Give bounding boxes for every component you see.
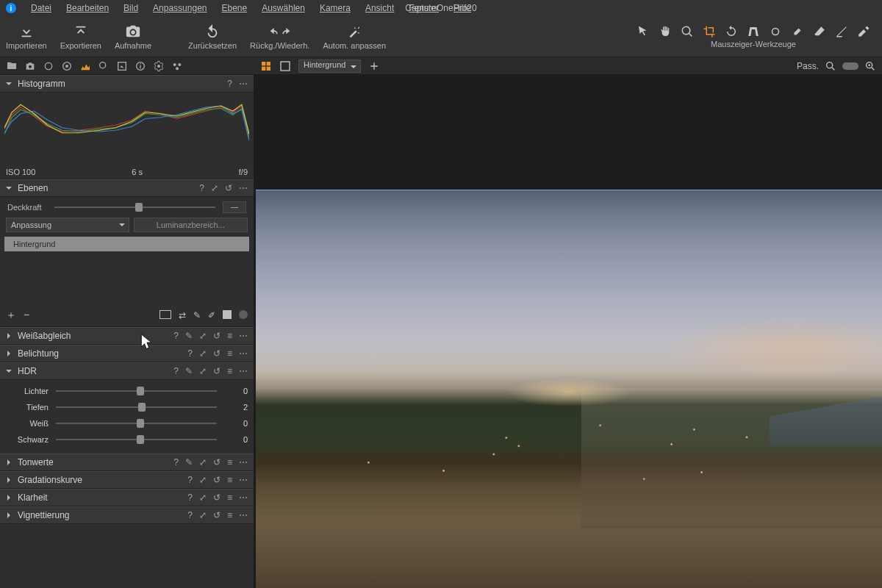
mask-fill-icon[interactable] (223, 310, 232, 319)
tab-metadata-icon[interactable] (135, 60, 146, 72)
panel-header-exposure[interactable]: Belichtung ?⤢↺≡⋯ (0, 345, 254, 362)
rotate-tool[interactable] (725, 25, 738, 38)
panel-header-histogram[interactable]: Histogramm ? ⋯ (0, 75, 254, 93)
spot-tool[interactable] (769, 25, 782, 38)
menu-select[interactable]: Auswählen (254, 3, 312, 13)
histogram-iso: ISO 100 (6, 168, 35, 176)
panel-header-curve[interactable]: Gradationskurve ?⤢↺≡⋯ (0, 471, 254, 489)
camera-icon (125, 24, 141, 40)
slider-thumb[interactable] (137, 435, 144, 444)
tab-batch-icon[interactable] (171, 60, 183, 72)
slider-thumb[interactable] (137, 387, 144, 395)
tab-output-icon[interactable] (153, 60, 165, 72)
hdr-white-row: Weiß 0 (6, 415, 248, 431)
chevron-right-icon (6, 494, 13, 501)
zoom-slider[interactable] (842, 62, 858, 70)
mask-brush-icon[interactable]: ✐ (208, 310, 215, 320)
menu-edit[interactable]: Bearbeiten (59, 3, 116, 13)
hdr-highlights-slider[interactable] (56, 390, 217, 392)
pointer-tool[interactable] (637, 25, 650, 38)
help-icon[interactable]: ? (227, 79, 232, 89)
zoom-in-icon[interactable] (864, 60, 876, 72)
opacity-label: Deckkraft (7, 203, 47, 212)
hdr-white-slider[interactable] (56, 423, 217, 424)
svg-rect-15 (267, 62, 270, 65)
more-icon[interactable]: ⋯ (239, 183, 248, 193)
panel-header-hdr[interactable]: HDR ?✎⤢↺≡⋯ (0, 362, 254, 380)
panel-header-clarity[interactable]: Klarheit ?⤢↺≡⋯ (0, 489, 254, 506)
hdr-highlights-row: Lichter 0 (6, 383, 248, 399)
undo-redo-button[interactable]: Rückg./Wiederh. (250, 24, 309, 50)
svg-point-1 (29, 65, 32, 68)
zoom-out-icon[interactable] (825, 60, 836, 72)
expand-icon[interactable]: ⤢ (211, 183, 218, 193)
image-viewer[interactable] (254, 75, 882, 588)
keystone-tool[interactable] (747, 25, 760, 38)
mask-edit-icon[interactable]: ✎ (193, 310, 201, 320)
hdr-shadows-row: Tiefen 2 (6, 399, 248, 415)
main-toolbar: Importieren Exportieren Aufnahme Zurücks… (0, 16, 882, 57)
mask-feather-icon[interactable] (239, 310, 248, 319)
menu-adjust[interactable]: Anpassungen (146, 3, 214, 13)
auto-adjust-button[interactable]: Autom. anpassen (323, 24, 386, 50)
tab-exposure-icon[interactable] (79, 60, 91, 72)
panel-header-vignette[interactable]: Vignettierung ?⤢↺≡⋯ (0, 506, 254, 524)
hdr-shadows-slider[interactable] (56, 406, 217, 408)
hdr-panel: Lichter 0 Tiefen 2 Weiß 0 Schwarz 0 (0, 380, 254, 453)
export-button[interactable]: Exportieren (60, 24, 101, 50)
opacity-value[interactable]: — (223, 201, 246, 213)
gradient-tool[interactable] (835, 25, 848, 38)
menu-bar: i Datei Bearbeiten Bild Anpassungen Eben… (0, 0, 882, 16)
tab-details-icon[interactable] (98, 60, 110, 72)
view-single-icon[interactable] (279, 60, 291, 72)
brush-tool[interactable] (791, 25, 804, 38)
cursor-tools: Mauszeiger-Werkzeuge (637, 25, 870, 49)
menu-file[interactable]: Datei (24, 3, 59, 13)
view-grid-icon[interactable] (260, 60, 272, 72)
slider-thumb[interactable] (138, 403, 146, 412)
chevron-right-icon (6, 332, 13, 340)
hand-tool[interactable] (659, 25, 672, 38)
tab-capture-icon[interactable] (24, 60, 36, 72)
remove-layer-icon[interactable]: − (24, 309, 29, 322)
zoom-tool[interactable] (681, 25, 694, 38)
panel-header-layers[interactable]: Ebenen ? ⤢ ↺ ⋯ (0, 179, 254, 197)
layer-mode-select[interactable]: Anpassung (6, 218, 129, 232)
capture-button[interactable]: Aufnahme (115, 24, 151, 50)
crop-tool[interactable] (703, 25, 716, 38)
slider-thumb[interactable] (137, 419, 144, 428)
panel-header-wb[interactable]: Weißabgleich ?✎⤢↺≡⋯ (0, 327, 254, 345)
mask-display-icon[interactable] (159, 310, 171, 319)
add-layer-button[interactable] (368, 60, 380, 72)
svg-point-11 (173, 63, 176, 66)
eraser-tool[interactable] (813, 25, 826, 38)
tab-adjust-icon[interactable] (116, 60, 128, 72)
reset-icon[interactable]: ↺ (225, 183, 232, 193)
hdr-black-slider[interactable] (56, 439, 217, 440)
menu-image[interactable]: Bild (116, 3, 146, 13)
panel-header-levels[interactable]: Tonwerte ?✎⤢↺≡⋯ (0, 453, 254, 471)
reset-button[interactable]: Zurücksetzen (188, 24, 237, 50)
tab-color-icon[interactable] (61, 60, 73, 72)
export-icon (73, 24, 89, 40)
tab-lens-icon[interactable] (43, 60, 54, 72)
add-layer-icon[interactable]: ＋ (6, 309, 16, 322)
svg-rect-14 (262, 62, 265, 65)
menu-view[interactable]: Ansicht (358, 3, 401, 13)
menu-window[interactable]: Fenster (401, 3, 446, 13)
picker-tool[interactable] (857, 25, 870, 38)
layer-item-background[interactable]: Hintergrund (4, 237, 249, 251)
opacity-slider[interactable] (54, 207, 215, 208)
more-icon[interactable]: ⋯ (239, 79, 248, 89)
slider-thumb[interactable] (135, 203, 143, 212)
help-icon[interactable]: ? (199, 183, 204, 193)
histogram-panel: ISO 100 6 s f/9 (0, 93, 254, 179)
luminance-range-button[interactable]: Luminanzbereich... (134, 218, 248, 232)
import-button[interactable]: Importieren (6, 24, 47, 50)
viewer-layer-select[interactable]: Hintergrund (298, 60, 361, 73)
menu-camera[interactable]: Kamera (312, 3, 358, 13)
tab-library-icon[interactable] (6, 60, 18, 72)
menu-layer[interactable]: Ebene (214, 3, 254, 13)
menu-help[interactable]: Hilfe (446, 3, 478, 13)
mask-swap-icon[interactable]: ⇄ (179, 310, 186, 320)
